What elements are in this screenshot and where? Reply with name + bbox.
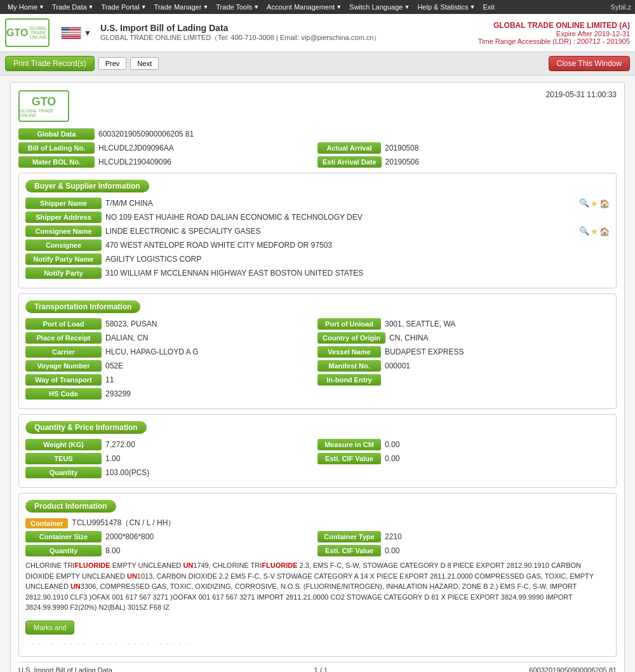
nav-my-home[interactable]: My Home ▼ xyxy=(4,0,48,14)
record-logo-box: GTO GLOBAL TRADE ONLINE xyxy=(18,90,69,122)
nav-trade-manager[interactable]: Trade Manager ▼ xyxy=(150,0,213,14)
print-button[interactable]: Print Trade Record(s) xyxy=(5,56,95,71)
quantity-price-header: Quantity & Price Information xyxy=(25,421,147,434)
consignee-home-icon[interactable]: 🏠 xyxy=(599,227,610,236)
container-type-value: 2210 xyxy=(385,532,610,541)
card-footer-left: U.S. Import Bill of Lading Data xyxy=(18,666,112,673)
product-section: Product Information Container TCLU995147… xyxy=(18,493,617,657)
nav-exit[interactable]: Exit xyxy=(479,0,498,14)
desc-text-2: EMPTY UNCLEANED xyxy=(110,561,184,569)
nav-help-statistics[interactable]: Help & Statistics ▼ xyxy=(413,0,479,14)
desc-text-6: 3306, COMPRESSED GAS, TOXIC, OXIDIZING, … xyxy=(25,582,577,611)
desc-highlight-2: UN xyxy=(183,561,193,569)
dots-separator: . . . . . . . . . . . . . . . . . . . . … xyxy=(25,638,610,646)
weight-value: 7,272.00 xyxy=(105,440,318,449)
consignee-name-label: Consignee Name xyxy=(25,225,102,237)
container-value: TCLU9951478（CN / L / HH） xyxy=(72,518,610,528)
bol-row: Bill of Lading No. HLCUDL2JD09096AA Actu… xyxy=(18,142,617,154)
header-title-area: U.S. Import Bill of Lading Data GLOBAL T… xyxy=(100,23,380,43)
hs-code-value: 293299 xyxy=(105,389,610,398)
port-load-label: Port of Load xyxy=(25,318,102,330)
notify-party-name-value: AGILITY LOGISTICS CORP xyxy=(105,255,610,264)
notify-party-label: Notify Party xyxy=(25,267,102,279)
carrier-vessel-row: Carrier HLCU, HAPAG-LLOYD A G Vessel Nam… xyxy=(25,346,610,358)
consignee-star-icon[interactable]: ★ xyxy=(591,227,598,236)
nav-trade-tools[interactable]: Trade Tools ▼ xyxy=(212,0,263,14)
shipper-search-icon[interactable]: 🔍 xyxy=(579,198,589,208)
quantity-price-section: Quantity & Price Information Weight (KG)… xyxy=(18,414,617,488)
contact-info: GLOBAL TRADE ONLINE LIMITED（Tel: 400-710… xyxy=(100,33,380,43)
consignee-name-value: LINDE ELECTRONIC & SPECIALITY GASES xyxy=(105,227,579,236)
carrier-label: Carrier xyxy=(25,346,102,358)
user-name: Sybil.z xyxy=(611,3,631,11)
esti-arrival-value: 20190506 xyxy=(385,158,617,166)
company-logo: GTO GLOBAL TRADE ONLINE xyxy=(5,18,50,47)
port-unload-label: Port of Unload xyxy=(318,318,381,330)
teus-value: 1.00 xyxy=(105,454,318,463)
bol-left: Bill of Lading No. HLCUDL2JD09096AA xyxy=(18,142,318,154)
product-quantity-value: 8.00 xyxy=(105,546,318,555)
consignee-search-icon[interactable]: 🔍 xyxy=(579,226,589,236)
carrier-value: HLCU, HAPAG-LLOYD A G xyxy=(105,347,318,356)
flag-selector[interactable]: ▼ xyxy=(61,27,91,39)
container-size-type-row: Container Size 2000*806*800 Container Ty… xyxy=(25,531,610,542)
mater-bol-label: Mater BOL No. xyxy=(18,156,95,168)
consignee-value: 470 WEST ANTELOPE ROAD WHITE CITY MEDFOR… xyxy=(105,241,610,250)
measure-cm-label: Measure in CM xyxy=(318,439,381,450)
shipper-name-row: Shipper Name T/M/M CHINA 🔍 ★ 🏠 xyxy=(25,198,610,209)
product-quantity-cif-row: Quantity 8.00 Esti. CIF Value 0.00 xyxy=(25,545,610,556)
weight-measure-row: Weight (KG) 7,272.00 Measure in CM 0.00 xyxy=(25,439,610,450)
flag-dropdown[interactable]: ▼ xyxy=(84,29,91,37)
country-origin-value: CN, CHINA xyxy=(389,333,610,342)
us-flag xyxy=(61,27,81,39)
header-bar: GTO GLOBAL TRADE ONLINE ▼ U.S. Import Bi… xyxy=(0,14,635,52)
transport-section: Transportation Information Port of Load … xyxy=(18,293,617,409)
desc-highlight-4: UN xyxy=(127,572,137,580)
desc-text-3: 1749, CHLORINE TRI xyxy=(193,561,262,569)
next-button[interactable]: Next xyxy=(130,57,159,70)
desc-highlight-1: FLUORIDE xyxy=(74,561,110,569)
weight-label: Weight (KG) xyxy=(25,439,102,450)
vessel-name-label: Vessel Name xyxy=(318,346,381,358)
actual-arrival-label: Actual Arrival xyxy=(318,142,381,154)
mater-bol-row: Mater BOL No. HLCUDL2190409096 Esti Arri… xyxy=(18,156,617,168)
shipper-home-icon[interactable]: 🏠 xyxy=(599,199,610,208)
desc-highlight-5: UN xyxy=(70,582,81,590)
manifest-no-label: Manifest No. xyxy=(318,360,381,372)
global-data-label: Global Data xyxy=(18,128,95,140)
shipper-address-label: Shipper Address xyxy=(25,212,102,223)
product-desc-area: CHLORINE TRIFLUORIDE EMPTY UNCLEANED UN1… xyxy=(25,560,610,613)
record-card: GTO GLOBAL TRADE ONLINE 2019-05-31 11:00… xyxy=(10,82,625,672)
record-timestamp: 2019-05-31 11:00:33 xyxy=(546,90,617,99)
nav-switch-language[interactable]: Switch Language ▼ xyxy=(345,0,413,14)
product-header: Product Information xyxy=(25,500,116,513)
place-receipt-value: DALIAN, CN xyxy=(105,333,318,342)
mater-bol-left: Mater BOL No. HLCUDL2190409096 xyxy=(18,156,318,168)
bol-label: Bill of Lading No. xyxy=(18,142,95,154)
nav-account-management[interactable]: Account Management ▼ xyxy=(263,0,345,14)
nav-trade-portal[interactable]: Trade Portal ▼ xyxy=(98,0,150,14)
quantity-label: Quantity xyxy=(25,467,102,478)
prev-button[interactable]: Prev xyxy=(98,57,127,70)
nav-trade-data[interactable]: Trade Data ▼ xyxy=(48,0,98,14)
logo-area: GTO GLOBAL TRADE ONLINE xyxy=(5,18,50,47)
desc-text-1: CHLORINE TRI xyxy=(25,561,74,569)
card-footer-center: 1 / 1 xyxy=(314,666,327,673)
top-navigation: My Home ▼ Trade Data ▼ Trade Portal ▼ Tr… xyxy=(0,0,635,14)
shipper-star-icon[interactable]: ★ xyxy=(591,199,598,208)
ldr-range: Time Range Accessible (LDR) : 200712 - 2… xyxy=(478,37,630,45)
way-transport-label: Way of Transport xyxy=(25,374,102,386)
measure-cm-value: 0.00 xyxy=(385,440,610,449)
shipper-address-row: Shipper Address NO 109 EAST HUAIHE ROAD … xyxy=(25,212,610,223)
marks-button[interactable]: Marks and xyxy=(25,621,74,635)
transport-header: Transportation Information xyxy=(25,300,140,313)
hs-code-row: HS Code 293299 xyxy=(25,388,610,400)
port-unload-value: 3001, SEATTLE, WA xyxy=(385,319,610,328)
product-esti-cif-label: Esti. CIF Value xyxy=(318,545,381,556)
actual-arrival-pair: Actual Arrival 20190508 xyxy=(318,142,617,154)
product-desc-text: CHLORINE TRIFLUORIDE EMPTY UNCLEANED UN1… xyxy=(25,560,610,613)
port-load-value: 58023, PUSAN xyxy=(105,319,318,328)
desc-highlight-3: FLUORIDE xyxy=(262,561,297,569)
close-button[interactable]: Close This Window xyxy=(549,56,630,71)
container-badge: Container xyxy=(25,518,68,528)
